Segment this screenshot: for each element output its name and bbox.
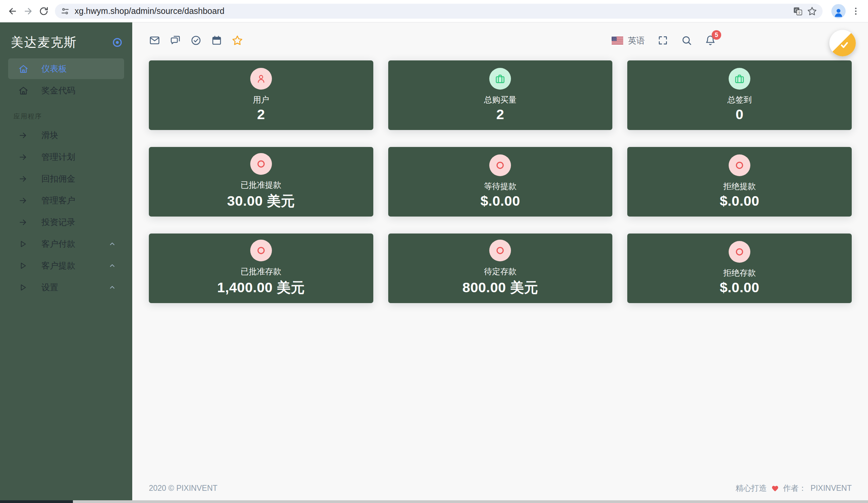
sidebar-item[interactable]: 客户提款 [8,255,124,276]
chevron-up-icon [108,262,116,270]
forward-button[interactable] [20,3,36,19]
arrow-right-icon [18,130,29,141]
footer-author-label: 作者： [783,483,807,493]
sidebar-item-label: 仪表板 [41,63,67,74]
horizontal-scrollbar[interactable] [0,500,868,503]
topbar-right: 英语 5 [612,34,716,46]
stat-label: 已批准提款 [241,180,281,190]
calendar-icon [211,35,222,46]
search-button[interactable] [681,34,692,46]
sidebar-item[interactable]: 奖金代码 [8,80,124,101]
brand-title: 美达麦克斯 [11,34,77,51]
stat-value: 2 [496,107,504,122]
caret-right-icon [18,239,29,250]
stat-card: 已批准提款30.00 美元 [149,147,373,217]
svg-text:文: 文 [797,11,801,14]
forward-arrow-icon [23,6,33,16]
mail-shortcut-button[interactable] [149,34,161,46]
sidebar-pin-toggle[interactable] [112,37,123,48]
sidebar-item[interactable]: 管理计划 [8,147,124,167]
sidebar: 美达麦克斯 仪表板奖金代码 应用程序 滑块管理计划回扣佣金管理客户投资记录客户付… [0,22,132,500]
stat-value: $.0.00 [720,193,760,209]
sidebar-item-label: 客户提款 [41,260,75,271]
stat-value: 30.00 美元 [227,192,295,210]
sidebar-item-label: 奖金代码 [41,85,75,96]
sidebar-item[interactable]: 设置 [8,277,124,298]
stat-value: $.0.00 [720,280,760,295]
back-button[interactable] [5,3,20,19]
url-bar[interactable]: xg.hwym.shop/admin/source/dashboard G文 [55,4,823,19]
footer-author-link[interactable]: PIXINVENT [811,484,852,493]
sidebar-item-label: 管理计划 [41,151,75,163]
profile-avatar[interactable] [831,4,846,18]
briefcase-icon [489,68,511,90]
language-selector[interactable]: 英语 [612,35,645,46]
scrollbar-track[interactable] [73,500,868,503]
browser-menu-button[interactable] [849,4,862,18]
topbar: 英语 5 [149,22,852,46]
main-content: 英语 5 用户2总购买量2总签到0已批准提款30. [132,22,868,500]
stat-value: $.0.00 [480,193,520,209]
sidebar-item[interactable]: 客户付款 [8,233,124,254]
footer-made-with: 精心打造 [736,483,767,493]
home-icon [18,63,29,74]
customizer-button[interactable] [829,30,856,56]
stat-label: 拒绝提款 [723,181,756,192]
sidebar-item[interactable]: 管理客户 [8,190,124,211]
sidebar-item-label: 滑块 [41,130,58,141]
arrow-right-icon [18,195,29,206]
sidebar-item[interactable]: 投资记录 [8,212,124,232]
fullscreen-icon [658,35,668,46]
disc-icon [489,240,511,261]
sidebar-item[interactable]: 仪表板 [8,58,124,79]
refresh-button[interactable] [36,3,52,19]
fullscreen-button[interactable] [657,34,669,46]
chevron-up-icon [108,284,116,291]
star-shortcut-button[interactable] [231,34,243,46]
sidebar-item[interactable]: 滑块 [8,125,124,145]
circle-dot-icon [112,37,123,48]
chat-icon [170,35,181,46]
check-icon [838,39,850,51]
refresh-icon [39,6,49,16]
calendar-shortcut-button[interactable] [211,34,223,46]
footer-credit: 精心打造 作者： PIXINVENT [736,483,852,493]
sidebar-item-label: 客户付款 [41,238,75,250]
stat-card: 用户2 [149,60,373,130]
stat-value: 800.00 美元 [463,278,538,297]
notifications-button[interactable]: 5 [705,34,716,46]
sidebar-main-menu: 仪表板奖金代码 [0,58,132,102]
stat-card: 拒绝提款$.0.00 [627,147,852,217]
disc-icon [250,153,272,175]
mail-icon [149,35,160,46]
sidebar-item-label: 设置 [41,282,58,293]
heart-icon [771,484,779,492]
stat-card: 总购买量2 [388,60,613,130]
stat-label: 拒绝存款 [723,268,756,278]
check-circle-shortcut-button[interactable] [190,34,202,46]
sidebar-brand-row: 美达麦克斯 [0,22,132,51]
caret-right-icon [18,260,29,271]
chat-shortcut-button[interactable] [169,34,181,46]
translate-button[interactable]: G文 [791,4,805,18]
bookmark-button[interactable] [805,4,819,18]
stat-card: 已批准存款1,400.00 美元 [149,233,373,303]
scrollbar-thumb[interactable] [0,500,73,503]
stat-card: 等待提款$.0.00 [388,147,613,217]
star-icon [231,34,243,46]
stat-label: 总购买量 [484,94,516,105]
disc-icon [489,154,511,176]
stat-card: 拒绝存款$.0.00 [627,233,852,303]
three-dots-icon [851,7,860,16]
footer-copyright: 2020 © PIXINVENT [149,484,217,493]
home-icon [18,85,29,96]
sidebar-item[interactable]: 回扣佣金 [8,168,124,189]
sidebar-section-label: 应用程序 [13,112,132,121]
browser-toolbar: xg.hwym.shop/admin/source/dashboard G文 [0,0,868,22]
stat-label: 用户 [253,94,269,105]
check-circle-icon [190,35,202,46]
site-info-icon[interactable] [60,7,70,16]
stats-grid: 用户2总购买量2总签到0已批准提款30.00 美元等待提款$.0.00拒绝提款$… [149,60,852,303]
stat-label: 已批准存款 [241,266,281,277]
stat-card: 待定存款800.00 美元 [388,233,613,303]
